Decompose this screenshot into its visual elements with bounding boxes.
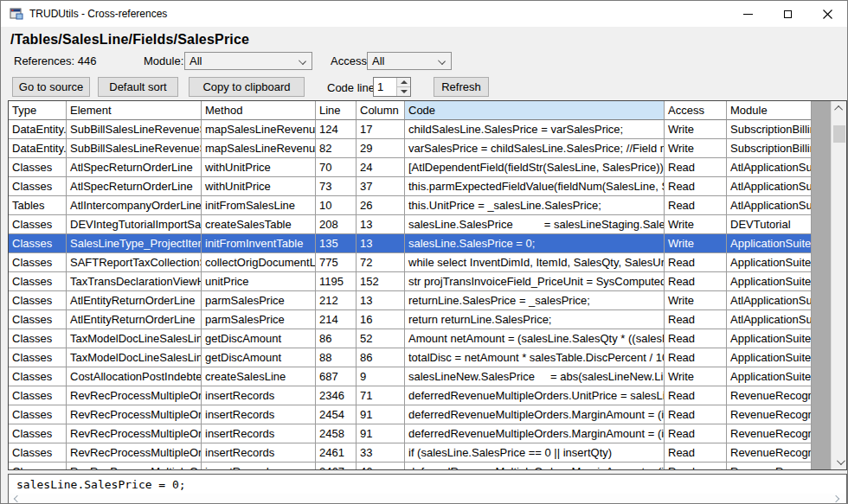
table-row[interactable]: ClassesRevRecProcessMultipleOrd...insert… <box>9 424 846 443</box>
scroll-up-button[interactable] <box>832 101 847 116</box>
column-header-type[interactable]: Type <box>9 101 67 120</box>
table-row[interactable]: DataEntity...SubBillSalesLineRevenueS...… <box>9 120 846 139</box>
maximize-icon <box>784 10 792 18</box>
cell-column: 91 <box>357 424 405 443</box>
cell-type: Classes <box>9 443 67 463</box>
cell-column: 33 <box>357 443 405 463</box>
refresh-button[interactable]: Refresh <box>434 77 489 97</box>
column-header-method[interactable]: Method <box>202 101 316 120</box>
table-row[interactable]: ClassesDEVIntegTutorialImportSale...crea… <box>9 215 846 234</box>
cell-line: 2458 <box>316 424 357 443</box>
cell-module: ApplicationSuite <box>727 329 812 348</box>
cell-column: 71 <box>357 386 405 405</box>
table-row[interactable]: ClassesTaxModelDocLineSalesLine...getDis… <box>9 329 846 348</box>
column-header-element[interactable]: Element <box>67 101 202 120</box>
cell-module: AtlApplicationSuite <box>727 291 812 310</box>
table-row[interactable]: ClassesAtlSpecReturnOrderLinewithUnitPri… <box>9 177 846 196</box>
code-lines-stepper[interactable]: 1 <box>373 77 411 97</box>
cell-method: insertRecords <box>202 463 316 470</box>
table-row[interactable]: DataEntity...SubBillSalesLineRevenueS...… <box>9 139 846 158</box>
code-preview-box[interactable]: salesLine.SalesPrice = 0; <box>8 474 847 504</box>
cell-access: Write <box>665 120 727 139</box>
cell-module: ApplicationSuite <box>727 253 812 272</box>
column-header-code[interactable]: Code <box>405 101 665 120</box>
scroll-down-button[interactable] <box>832 455 847 469</box>
cell-column: 29 <box>357 139 405 158</box>
cell-element: AtlEntityReturnOrderLine <box>67 291 202 310</box>
cell-method: insertRecords <box>202 386 316 405</box>
table-row[interactable]: ClassesRevRecProcessMultipleOrd...insert… <box>9 405 846 424</box>
cell-line: 687 <box>316 367 357 386</box>
go-to-source-button[interactable]: Go to source <box>12 77 90 97</box>
cell-code: this.parmExpectedFieldValue(fieldNum(Sal… <box>405 177 665 196</box>
cell-access: Read <box>665 405 727 424</box>
cell-line: 214 <box>316 310 357 329</box>
column-header-module[interactable]: Module <box>727 101 812 120</box>
table-row[interactable]: ClassesRevRecProcessMultipleOrd...insert… <box>9 463 846 470</box>
cell-code: salesLineNew.SalesPrice = abs(salesLineN… <box>405 367 665 386</box>
cell-access: Read <box>665 386 727 405</box>
minimize-button[interactable] <box>728 1 768 27</box>
column-header-access[interactable]: Access <box>665 101 727 120</box>
close-button[interactable] <box>807 1 847 27</box>
stepper-down-button[interactable] <box>397 86 410 96</box>
title-bar: TRUDUtils - Cross-references <box>1 1 847 27</box>
module-select[interactable]: All <box>184 52 312 70</box>
cell-column: 26 <box>357 196 405 215</box>
cell-module: ApplicationSuite <box>727 272 812 291</box>
cell-column: 152 <box>357 272 405 291</box>
cell-element: AtlIntercompanyOrderLine <box>67 196 202 215</box>
table-row[interactable]: ClassesTaxTransDeclarationViewH...unitPr… <box>9 272 846 291</box>
cell-line: 86 <box>316 329 357 348</box>
cell-code: deferredRevenueMultipleOrders.MarginAmou… <box>405 424 665 443</box>
cell-type: Classes <box>9 386 67 405</box>
cell-module: ApplicationSuite <box>727 234 812 253</box>
table-row[interactable]: ClassesCostAllocationPostIndebted...crea… <box>9 367 846 386</box>
cell-access: Read <box>665 196 727 215</box>
cell-module: AtlApplicationSuite <box>727 196 812 215</box>
cell-method: initFromInventTable <box>202 234 316 253</box>
cell-element: RevRecProcessMultipleOrd... <box>67 386 202 405</box>
cell-element: RevRecProcessMultipleOrd... <box>67 443 202 463</box>
scrollbar-thumb[interactable] <box>833 125 845 143</box>
cell-code: deferredRevenueMultipleOrders.MarginAmou… <box>405 405 665 424</box>
vertical-scrollbar[interactable] <box>831 101 846 469</box>
column-header-column[interactable]: Column <box>357 101 405 120</box>
stepper-up-button[interactable] <box>397 78 410 86</box>
cell-column: 13 <box>357 215 405 234</box>
maximize-button[interactable] <box>768 1 807 27</box>
table-row[interactable]: ClassesAtlEntityReturnOrderLineparmSales… <box>9 310 846 329</box>
chevron-up-icon <box>834 105 843 114</box>
table-row[interactable]: ClassesRevRecProcessMultipleOrd...insert… <box>9 386 846 405</box>
cell-code: this.UnitPrice = _salesLine.SalesPrice; <box>405 196 665 215</box>
horizontal-scrollbar[interactable] <box>10 494 845 504</box>
cell-type: Classes <box>9 367 67 386</box>
cell-element: SAFTReportTaxCollectionS... <box>67 253 202 272</box>
cell-code: salesLine.SalesPrice = 0; <box>405 234 665 253</box>
cell-module: ApplicationSuite <box>727 348 812 367</box>
copy-to-clipboard-button[interactable]: Copy to clipboard <box>189 77 305 97</box>
cell-line: 2461 <box>316 443 357 463</box>
cell-type: Classes <box>9 405 67 424</box>
column-header-line[interactable]: Line <box>316 101 357 120</box>
page-title: /Tables/SalesLine/Fields/SalesPrice <box>10 32 249 48</box>
table-row[interactable]: ClassesTaxModelDocLineSalesLine...getDis… <box>9 348 846 367</box>
cell-method: collectOrigDocumentLin... <box>202 253 316 272</box>
table-row[interactable]: TablesAtlIntercompanyOrderLineinitFromSa… <box>9 196 846 215</box>
cell-code: returnLine.SalesPrice = _salesPrice; <box>405 291 665 310</box>
cell-module: DEVTutorial <box>727 215 812 234</box>
app-window: TRUDUtils - Cross-references /Tables/Sal… <box>0 0 848 504</box>
module-label: Module: <box>144 54 183 67</box>
cell-method: withUnitPrice <box>202 177 316 196</box>
table-row[interactable]: ClassesAtlSpecReturnOrderLinewithUnitPri… <box>9 158 846 177</box>
table-row[interactable]: ClassesAtlEntityReturnOrderLineparmSales… <box>9 291 846 310</box>
access-select[interactable]: All <box>367 52 452 70</box>
table-row[interactable]: ClassesRevRecProcessMultipleOrd...insert… <box>9 443 846 463</box>
default-sort-button[interactable]: Default sort <box>98 77 178 97</box>
cell-type: Classes <box>9 463 67 470</box>
chevron-left-icon <box>14 495 21 502</box>
cell-code: deferredRevenueMultipleOrders.UnitPrice … <box>405 386 665 405</box>
table-row[interactable]: ClassesSAFTReportTaxCollectionS...collec… <box>9 253 846 272</box>
cell-element: SalesLineType_ProjectItem... <box>67 234 202 253</box>
table-row[interactable]: ClassesSalesLineType_ProjectItem...initF… <box>9 234 846 253</box>
